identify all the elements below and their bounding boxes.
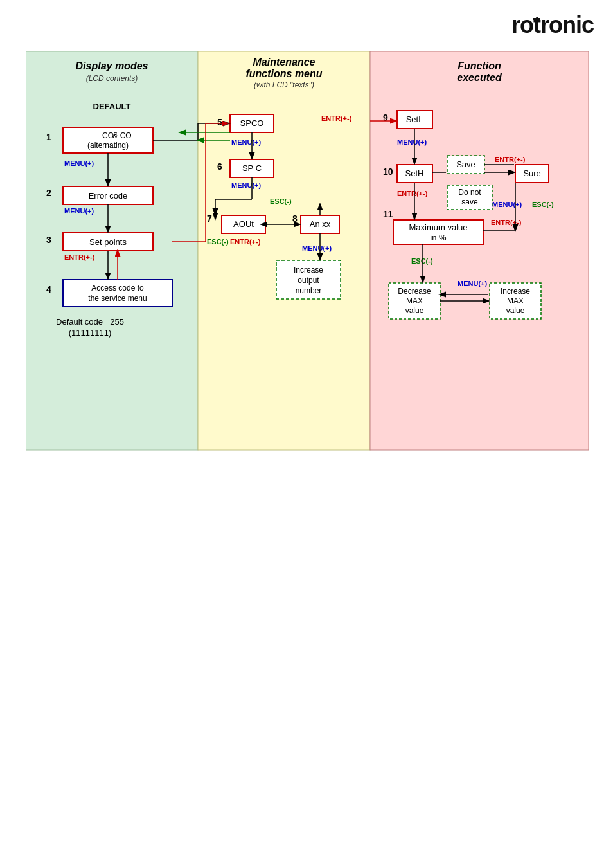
box4-text2: the service menu	[88, 294, 147, 303]
entr-pm-11: ENTR(+-)	[491, 219, 522, 226]
num5: 5	[217, 117, 222, 127]
num7: 7	[207, 213, 212, 224]
box5-text: SPCO	[240, 118, 264, 128]
col-maint-title1: Maintenance	[253, 57, 315, 68]
box6-text: SP C	[242, 163, 262, 173]
entr-pm-save: ENTR(+-)	[495, 156, 526, 163]
inc-output-text2: output	[298, 276, 319, 285]
default-code1: Default code =255	[56, 317, 124, 327]
menu-plus-max: MENU(+)	[458, 280, 487, 287]
entr-pm-top: ENTR(+-)	[321, 114, 352, 122]
col-func-title1: Function	[458, 60, 501, 71]
col-maint-subtitle: (with LCD "texts")	[254, 80, 314, 89]
box9-text: SetL	[406, 114, 423, 124]
logo-text: ro t ronic	[511, 12, 594, 38]
inc-output-text1: Increase	[294, 266, 323, 275]
esc-minus-6: ESC(-)	[270, 197, 292, 205]
box8-text: An xx	[310, 219, 331, 229]
menu-plus-1: MENU(+)	[64, 159, 94, 167]
footer-line	[32, 707, 129, 707]
menu-plus-donot: MENU(+)	[492, 201, 522, 208]
box7-text: AOUt	[233, 219, 254, 229]
entr-pm-10: ENTR(+-)	[397, 190, 428, 197]
donot-text1: Do not	[458, 188, 481, 197]
inc-max-text1: Increase	[501, 287, 530, 296]
esc-minus-7: ESC(-)	[207, 238, 229, 246]
box10-text: SetH	[405, 168, 424, 178]
box1-text1: CO	[102, 131, 114, 140]
num6: 6	[217, 161, 222, 172]
num2: 2	[46, 188, 51, 198]
menu-plus-6: MENU(+)	[231, 181, 261, 189]
default-label: DEFAULT	[93, 102, 131, 111]
box1-text3: (alternating)	[87, 141, 129, 150]
menu-plus-9: MENU(+)	[397, 138, 427, 146]
num10: 10	[383, 167, 393, 177]
num3: 3	[46, 235, 51, 245]
esc-donot: ESC(-)	[532, 201, 554, 208]
box2-text: Error code	[89, 191, 128, 201]
entr-pm-7: ENTR(+-)	[230, 238, 261, 246]
save-text: Save	[456, 159, 475, 169]
default-code2: (11111111)	[69, 328, 112, 338]
inc-output-text3: number	[296, 286, 322, 295]
sure-text: Sure	[523, 168, 540, 178]
num1: 1	[46, 132, 51, 142]
menu-plus-2: MENU(+)	[64, 207, 94, 215]
svg-rect-1	[198, 51, 370, 450]
num8: 8	[292, 213, 298, 224]
box4-text1: Access code to	[91, 284, 144, 293]
col-maint-title2: functions menu	[245, 68, 322, 79]
box11-text1: Maximum value	[409, 222, 467, 232]
box1-text2: & CO	[112, 131, 131, 140]
logo: ro t ronic	[511, 12, 594, 39]
col-display-title: Display modes	[76, 60, 148, 71]
box11-text2: in %	[430, 233, 447, 242]
donot-text2: save	[461, 197, 478, 206]
col-func-title2: executed	[457, 72, 502, 83]
dec-text3: value	[405, 306, 424, 315]
menu-plus-8: MENU(+)	[302, 244, 332, 252]
esc-11: ESC(-)	[411, 257, 433, 265]
dec-text2: MAX	[406, 296, 423, 305]
dec-text1: Decrease	[398, 287, 431, 296]
main-diagram: Display modes (LCD contents) Maintenance…	[26, 51, 591, 463]
box3-text: Set points	[89, 237, 127, 247]
inc-max-text3: value	[506, 306, 525, 315]
menu-plus-5: MENU(+)	[231, 138, 261, 146]
col-display-subtitle: (LCD contents)	[86, 74, 138, 83]
num11: 11	[383, 209, 393, 219]
entr-pm-3: ENTR(+-)	[64, 253, 95, 261]
num4: 4	[46, 284, 51, 294]
inc-max-text2: MAX	[507, 296, 524, 305]
